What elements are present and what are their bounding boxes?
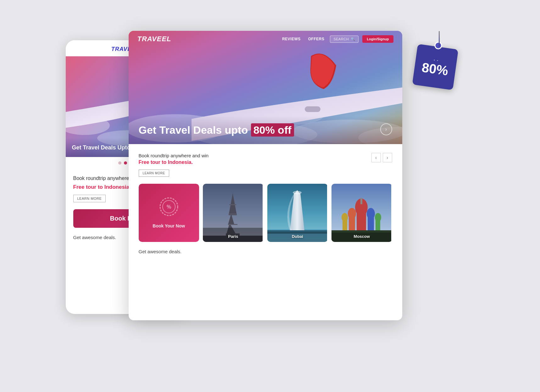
- nav-offers[interactable]: OFFERS: [308, 37, 325, 41]
- search-icon: 🔍: [351, 37, 355, 41]
- svg-rect-21: [228, 224, 237, 225]
- price-tag-string: [439, 31, 440, 47]
- book-your-now-label: Book Your Now: [153, 223, 185, 228]
- hero-next-arrow[interactable]: ›: [380, 123, 392, 135]
- desktop-navbar: TRAVEEL REVIEWS OFFERS SEARCH 🔍 Login/Si…: [129, 31, 402, 47]
- nav-search-box[interactable]: SEARCH 🔍: [330, 36, 359, 43]
- desktop-hero-image: Get Travel Deals upto 80% off ›: [129, 31, 402, 144]
- dot-1[interactable]: [118, 161, 121, 165]
- nav-reviews[interactable]: REVIEWS: [282, 37, 301, 41]
- svg-rect-10: [305, 106, 320, 112]
- promo-main-text: Book roundtrip anywhere and win: [139, 153, 209, 158]
- destination-book-now[interactable]: % Book Your Now: [139, 184, 199, 242]
- svg-point-36: [367, 208, 375, 219]
- dot-2[interactable]: [124, 161, 127, 165]
- desktop-logo: TRAVEEL: [137, 35, 171, 43]
- svg-point-40: [375, 213, 381, 222]
- svg-rect-20: [229, 214, 237, 215]
- moscow-label: Moscow: [331, 234, 392, 239]
- price-tag-value: 80%: [421, 61, 449, 77]
- hero-headline: Get Travel Deals upto 80% off: [139, 124, 294, 137]
- percent-badge-icon: %: [159, 197, 178, 216]
- desktop-card: TRAVEEL REVIEWS OFFERS SEARCH 🔍 Login/Si…: [129, 31, 402, 320]
- desktop-body: Book roundtrip anywhere and win Free tou…: [129, 144, 402, 263]
- price-tag: • • 80%: [412, 44, 458, 90]
- promo-left: Book roundtrip anywhere and win Free tou…: [139, 153, 209, 177]
- svg-point-34: [348, 208, 356, 219]
- svg-point-26: [293, 191, 302, 194]
- promo-section: Book roundtrip anywhere and win Free tou…: [139, 153, 392, 177]
- svg-point-38: [342, 213, 348, 222]
- hero-text-overlay: Get Travel Deals upto 80% off ›: [129, 116, 402, 144]
- next-arrow-button[interactable]: ›: [383, 153, 392, 162]
- discount-icon: %: [159, 197, 178, 220]
- book-your-now-card[interactable]: % Book Your Now: [139, 184, 199, 242]
- prev-arrow-button[interactable]: ‹: [371, 153, 381, 162]
- promo-red-text: Free tour to Indonesia.: [139, 160, 209, 165]
- carousel-nav-arrows: ‹ ›: [371, 153, 392, 162]
- paris-label: Paris: [203, 234, 264, 239]
- destination-paris[interactable]: Paris: [203, 184, 264, 242]
- hero-highlight: 80% off: [251, 123, 294, 137]
- learn-more-button[interactable]: LEARN MORE: [139, 170, 169, 177]
- destination-dubai[interactable]: Dubai: [267, 184, 328, 242]
- nav-links: REVIEWS OFFERS: [282, 37, 325, 41]
- awesome-deals-text: Get awesome deals.: [139, 249, 392, 254]
- svg-text:%: %: [167, 204, 171, 210]
- dubai-image: [267, 184, 327, 242]
- destination-grid: % Book Your Now: [139, 184, 392, 242]
- dubai-label: Dubai: [267, 234, 328, 239]
- login-signup-button[interactable]: Login/Signup: [362, 35, 393, 43]
- svg-rect-32: [360, 198, 362, 204]
- mobile-learn-more-button[interactable]: LEARN MORE: [73, 195, 106, 202]
- moscow-image: [331, 184, 391, 242]
- svg-rect-19: [229, 204, 236, 205]
- destination-moscow[interactable]: Moscow: [331, 184, 392, 242]
- nav-search-text: SEARCH: [333, 37, 349, 41]
- paris-image: [203, 184, 263, 242]
